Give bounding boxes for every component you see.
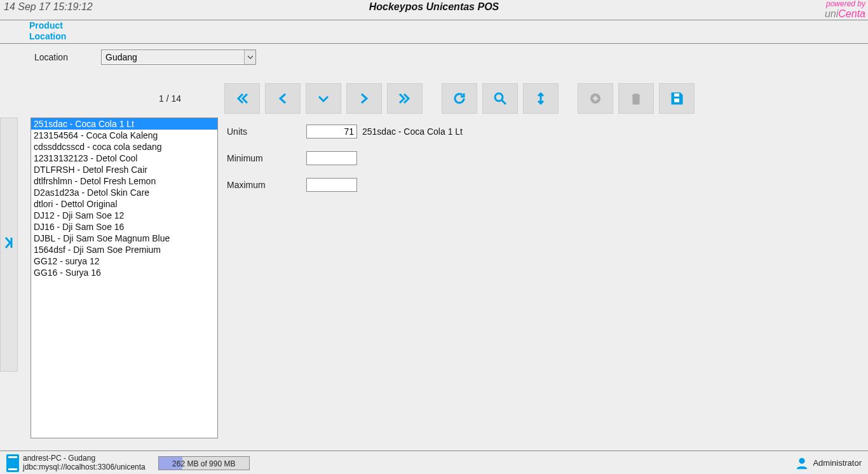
units-label: Units xyxy=(227,126,306,137)
status-bar: andrest-PC - Gudang jdbc:mysql://localho… xyxy=(0,451,868,474)
sort-button[interactable] xyxy=(523,83,559,114)
breadcrumb-line2: Location xyxy=(29,31,868,42)
list-item[interactable]: dtlfrshlmn - Detol Fresh Lemon xyxy=(31,175,217,187)
host-label: andrest-PC - Gudang xyxy=(23,454,146,463)
breadcrumb-line1: Product xyxy=(29,20,868,31)
location-combo[interactable]: Gudang xyxy=(101,50,256,65)
jdbc-label: jdbc:mysql://localhost:3306/unicenta xyxy=(23,463,146,472)
list-item[interactable]: 1564dsf - Dji Sam Soe Premium xyxy=(31,244,217,255)
svg-point-4 xyxy=(799,457,805,463)
app-header: 14 Sep 17 15:19:12 Hockeypos Unicentas P… xyxy=(0,0,868,20)
list-item[interactable]: GG16 - Surya 16 xyxy=(31,267,217,278)
toolbar: 1 / 14 xyxy=(0,79,868,118)
page-counter: 1 / 14 xyxy=(159,93,181,104)
list-item[interactable]: cdssddcsscd - coca cola sedang xyxy=(31,141,217,152)
list-item[interactable]: 213154564 - Coca Cola Kaleng xyxy=(31,130,217,141)
units-field[interactable] xyxy=(306,125,357,139)
user-icon xyxy=(795,456,809,470)
database-icon xyxy=(6,454,19,472)
list-item[interactable]: GG12 - surya 12 xyxy=(31,255,217,267)
prev-button[interactable] xyxy=(265,83,301,114)
db-status-text: andrest-PC - Gudang jdbc:mysql://localho… xyxy=(23,454,146,472)
memory-label: 262 MB of 990 MB xyxy=(159,457,249,470)
list-item[interactable]: DTLFRSH - Detol Fresh Cair xyxy=(31,164,217,175)
brand-uni: uni xyxy=(825,8,838,19)
list-item[interactable]: DJ16 - Dji Sam Soe 16 xyxy=(31,221,217,233)
delete-button[interactable] xyxy=(618,83,654,114)
maximum-field[interactable] xyxy=(306,178,357,192)
minimum-label: Minimum xyxy=(227,153,306,163)
search-button[interactable] xyxy=(482,83,518,114)
svg-rect-3 xyxy=(674,98,679,102)
memory-meter[interactable]: 262 MB of 990 MB xyxy=(158,456,250,470)
down-button[interactable] xyxy=(306,83,341,114)
list-item[interactable]: 12313132123 - Detol Cool xyxy=(31,152,217,164)
next-button[interactable] xyxy=(346,83,382,114)
divider xyxy=(0,43,868,44)
detail-form: Units 251sdac - Coca Cola 1 Lt Minimum M… xyxy=(227,118,463,448)
powered-label: powered by xyxy=(825,0,865,8)
brand-centa: Centa xyxy=(838,8,865,19)
list-item[interactable]: DJBL - Dji Sam Soe Magnum Blue xyxy=(31,233,217,244)
list-item[interactable]: DJ12 - Dji Sam Soe 12 xyxy=(31,210,217,221)
breadcrumb: Product Location xyxy=(0,20,868,42)
list-item[interactable]: dtlori - Dettol Original xyxy=(31,198,217,210)
svg-rect-2 xyxy=(674,93,679,97)
location-value: Gudang xyxy=(102,52,244,62)
drawer-handle[interactable] xyxy=(0,118,18,372)
refresh-button[interactable] xyxy=(442,83,477,114)
product-list[interactable]: 251sdac - Coca Cola 1 Lt213154564 - Coca… xyxy=(31,118,218,438)
last-button[interactable] xyxy=(387,83,423,114)
location-label: Location xyxy=(34,52,101,62)
location-row: Location Gudang xyxy=(0,48,868,67)
drawer-toggle-icon xyxy=(3,235,15,254)
chevron-down-icon[interactable] xyxy=(244,50,255,64)
svg-point-0 xyxy=(495,93,503,101)
app-title: Hockeypos Unicentas POS xyxy=(0,1,868,13)
list-item[interactable]: 251sdac - Coca Cola 1 Lt xyxy=(31,118,217,130)
add-button[interactable] xyxy=(578,83,613,114)
first-button[interactable] xyxy=(224,83,260,114)
content-area: 251sdac - Coca Cola 1 Lt213154564 - Coca… xyxy=(0,118,868,448)
brand-powered-by: powered by uniCenta xyxy=(825,0,865,20)
save-button[interactable] xyxy=(659,83,695,114)
user-name: Administrator xyxy=(813,458,862,468)
user-panel[interactable]: Administrator xyxy=(795,456,862,470)
maximum-label: Maximum xyxy=(227,180,306,190)
minimum-field[interactable] xyxy=(306,151,357,165)
list-item[interactable]: D2as1d23a - Detol Skin Care xyxy=(31,187,217,198)
selected-product-label: 251sdac - Coca Cola 1 Lt xyxy=(362,126,463,137)
